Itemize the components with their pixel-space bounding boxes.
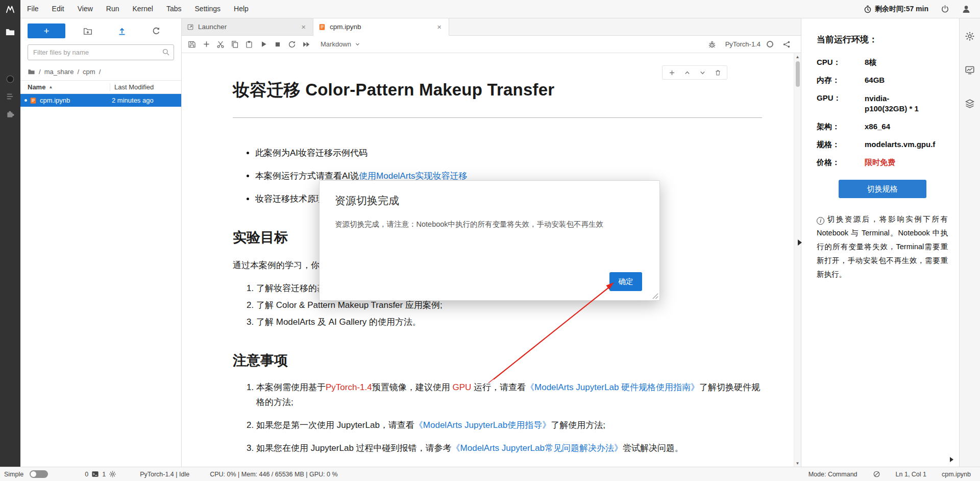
cut-icon <box>216 40 225 49</box>
dialog-title: 资源切换完成 <box>335 194 644 208</box>
jupyterlab-guide-link[interactable]: 《ModelArts JupyterLab使用指导》 <box>414 420 551 430</box>
menu-tabs[interactable]: Tabs <box>160 0 188 18</box>
kernel-name-indicator[interactable]: PyTorch-1.4 <box>725 40 761 48</box>
note-1-red-gpu: GPU <box>452 382 471 392</box>
file-name: cpm.ipynb <box>40 97 112 104</box>
notebook-toolbar: Markdown PyTorch-1.4 <box>182 36 801 53</box>
cell-insert-button[interactable] <box>667 68 676 77</box>
sidebar-tab-filebrowser[interactable] <box>3 25 17 39</box>
env-value-cpu: 8核 <box>865 58 948 67</box>
resource-switch-dialog: 资源切换完成 资源切换完成，请注意：Notebook中执行的所有变量将失效，手动… <box>319 180 660 301</box>
sidebar-tab-running[interactable] <box>3 72 17 86</box>
copy-cell-button[interactable] <box>228 38 242 51</box>
tab-launcher-label: Launcher <box>198 23 227 31</box>
upload-button[interactable] <box>117 27 127 36</box>
dialog-ok-button[interactable]: 确定 <box>609 272 642 291</box>
bottom-right-expand-handle[interactable] <box>950 457 953 462</box>
menu-bar: File Edit View Run Kernel Tabs Settings … <box>0 0 980 18</box>
right-tab-layers[interactable] <box>963 97 976 110</box>
cell-move-up-button[interactable] <box>682 68 692 77</box>
status-bar: Simple 0 1 PyTorch-1.4 | Idle CPU: 0% | … <box>0 467 980 481</box>
paste-cell-button[interactable] <box>242 38 256 51</box>
hardware-guide-link[interactable]: 《ModelArts JupyterLab 硬件规格使用指南》 <box>526 382 699 392</box>
save-button[interactable] <box>185 38 199 51</box>
command-mode-indicator: Mode: Command <box>808 471 857 478</box>
breadcrumb-separator: / <box>77 68 79 76</box>
cell-type-dropdown[interactable]: Markdown <box>321 40 360 48</box>
scrollbar-down-arrow[interactable]: ▼ <box>794 460 801 467</box>
cell-type-value: Markdown <box>321 40 351 48</box>
faq-link[interactable]: 《ModelArts JupyterLab常见问题解决办法》 <box>452 443 623 453</box>
simple-mode-label: Simple <box>4 471 23 478</box>
active-file-indicator: cpm.ipynb <box>942 471 971 478</box>
scrollbar-up-arrow[interactable]: ▲ <box>794 53 801 60</box>
run-cell-button[interactable] <box>256 38 271 51</box>
interrupt-kernel-button[interactable] <box>271 38 285 51</box>
notebook-file-icon <box>30 97 37 104</box>
share-icon <box>782 40 791 49</box>
file-browser-toolbar: + <box>20 18 181 41</box>
right-panel-collapse-handle[interactable] <box>798 239 802 246</box>
chevron-down-icon <box>355 41 360 47</box>
new-launcher-button[interactable]: + <box>28 23 65 38</box>
breadcrumb-ma-share[interactable]: ma_share <box>44 68 74 76</box>
home-folder-icon[interactable] <box>28 68 35 76</box>
list-item: 此案例为AI妆容迁移示例代码 <box>255 147 762 160</box>
column-header-name[interactable]: Name ▲ <box>28 83 110 91</box>
debugger-button[interactable] <box>705 38 719 51</box>
breadcrumb-cpm[interactable]: cpm <box>83 68 95 76</box>
menu-run[interactable]: Run <box>100 0 126 18</box>
menu-view[interactable]: View <box>71 0 100 18</box>
refresh-button[interactable] <box>152 27 161 36</box>
simple-mode-toggle[interactable] <box>30 470 48 478</box>
menu-kernel[interactable]: Kernel <box>126 0 159 18</box>
cell-move-down-button[interactable] <box>698 68 707 77</box>
right-activity-bar <box>960 18 980 467</box>
paste-icon <box>245 40 253 49</box>
kernel-status-indicator[interactable]: PyTorch-1.4 | Idle <box>140 471 189 478</box>
notifications-off-icon[interactable] <box>873 470 880 478</box>
scrollbar-thumb[interactable] <box>796 61 800 87</box>
fast-forward-icon <box>302 40 310 49</box>
notebook-toolbar-right: PyTorch-1.4 <box>705 38 798 51</box>
menu-help[interactable]: Help <box>227 0 255 18</box>
column-header-last-modified[interactable]: Last Modified <box>110 83 176 91</box>
sidebar-tab-toc[interactable] <box>3 89 17 104</box>
tab-notebook-cpm[interactable]: cpm.ipynb × <box>313 18 449 36</box>
left-activity-bar <box>0 18 20 467</box>
new-folder-button[interactable] <box>83 27 92 36</box>
tab-notebook-close-icon[interactable]: × <box>435 22 444 32</box>
chevron-down-icon <box>699 69 706 76</box>
cell-delete-button[interactable] <box>713 68 722 77</box>
menu-file[interactable]: File <box>20 0 45 18</box>
resource-usage-indicator: CPU: 0% | Mem: 446 / 65536 MB | GPU: 0 % <box>210 471 337 478</box>
tab-launcher-close-icon[interactable]: × <box>299 22 308 32</box>
makeup-transfer-link[interactable]: 使用ModelArts实现妆容迁移 <box>359 171 468 181</box>
power-button[interactable] <box>941 5 949 13</box>
user-icon <box>962 5 971 14</box>
sidebar-tab-extensions[interactable] <box>3 107 17 121</box>
switch-flavor-button[interactable]: 切换规格 <box>839 180 926 198</box>
environment-note-text: 切换资源后，将影响实例下所有Notebook 与 Terminal。Notebo… <box>817 215 948 278</box>
env-value-gpu: nvidia-p100(32GB) * 1 <box>865 93 922 114</box>
restart-kernel-button[interactable] <box>285 38 299 51</box>
modelarts-logo <box>0 0 20 18</box>
dialog-resize-handle[interactable] <box>652 293 658 299</box>
user-button[interactable] <box>962 5 971 14</box>
menu-settings[interactable]: Settings <box>188 0 228 18</box>
file-row-selected[interactable]: cpm.ipynb 2 minutes ago <box>20 94 181 107</box>
share-button[interactable] <box>779 38 794 51</box>
file-filter-input[interactable] <box>28 44 174 60</box>
list-item: 如果您是第一次使用 JupyterLab，请查看《ModelArts Jupyt… <box>256 418 762 432</box>
menu-edit[interactable]: Edit <box>45 0 71 18</box>
right-tab-settings[interactable] <box>963 30 976 43</box>
upload-icon <box>117 27 127 36</box>
kernel-status-idle-icon[interactable] <box>767 41 773 47</box>
insert-cell-button[interactable] <box>199 38 213 51</box>
right-tab-resource-monitor[interactable] <box>963 63 976 77</box>
tab-launcher[interactable]: Launcher × <box>182 18 313 35</box>
cut-cell-button[interactable] <box>213 38 228 51</box>
restart-run-all-button[interactable] <box>299 38 313 51</box>
session-counts[interactable]: 0 1 <box>85 470 116 478</box>
file-list-header: Name ▲ Last Modified <box>20 80 181 94</box>
